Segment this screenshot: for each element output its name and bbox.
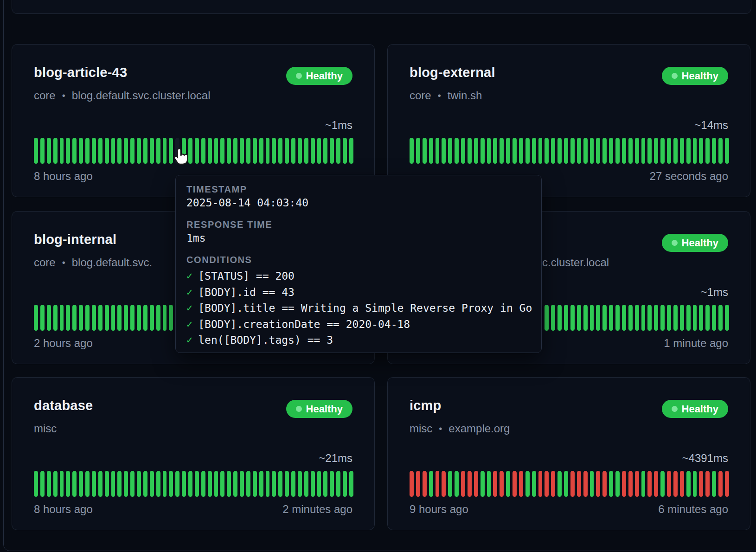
health-bar[interactable] — [583, 305, 588, 331]
health-bar[interactable] — [647, 305, 652, 331]
uptime-bars[interactable] — [410, 471, 729, 497]
health-bar[interactable] — [615, 305, 620, 331]
health-bar[interactable] — [323, 138, 327, 164]
health-bar[interactable] — [66, 138, 70, 164]
health-bar[interactable] — [163, 471, 167, 497]
health-bar[interactable] — [105, 471, 109, 497]
health-bar[interactable] — [525, 471, 530, 497]
health-bar[interactable] — [79, 471, 83, 497]
health-bar[interactable] — [609, 138, 613, 164]
uptime-bars[interactable] — [410, 138, 729, 164]
health-bar[interactable] — [718, 305, 723, 331]
health-bar[interactable] — [105, 305, 109, 331]
health-bar[interactable] — [175, 471, 179, 497]
health-bar[interactable] — [712, 305, 716, 331]
health-bar[interactable] — [686, 471, 691, 497]
health-bar[interactable] — [474, 471, 478, 497]
health-bar[interactable] — [47, 305, 51, 331]
health-bar[interactable] — [718, 471, 723, 497]
health-bar[interactable] — [53, 138, 58, 164]
health-bar[interactable] — [330, 138, 334, 164]
health-bar[interactable] — [336, 471, 340, 497]
health-bar[interactable] — [188, 471, 192, 497]
health-bar[interactable] — [557, 305, 562, 331]
health-bar[interactable] — [111, 305, 115, 331]
health-bar[interactable] — [493, 471, 497, 497]
health-bar[interactable] — [635, 138, 639, 164]
health-bar[interactable] — [423, 471, 427, 497]
health-bar[interactable] — [40, 471, 45, 497]
health-bar[interactable] — [47, 471, 51, 497]
health-bar[interactable] — [680, 471, 684, 497]
health-bar[interactable] — [513, 471, 517, 497]
health-bar[interactable] — [214, 471, 218, 497]
health-bar[interactable] — [429, 471, 433, 497]
health-bar[interactable] — [60, 471, 64, 497]
health-bar[interactable] — [506, 138, 510, 164]
health-bar[interactable] — [169, 305, 173, 331]
health-bar[interactable] — [455, 138, 459, 164]
health-bar[interactable] — [635, 305, 639, 331]
health-bar[interactable] — [577, 471, 581, 497]
health-bar[interactable] — [474, 138, 478, 164]
health-bar[interactable] — [143, 471, 147, 497]
health-bar[interactable] — [53, 471, 58, 497]
health-bar[interactable] — [570, 305, 575, 331]
health-bar[interactable] — [596, 305, 600, 331]
health-bar[interactable] — [461, 471, 465, 497]
health-bar[interactable] — [317, 138, 321, 164]
health-bar[interactable] — [246, 471, 250, 497]
health-bar[interactable] — [137, 138, 141, 164]
health-bar[interactable] — [47, 138, 51, 164]
health-bar[interactable] — [570, 138, 575, 164]
health-bar[interactable] — [266, 471, 270, 497]
health-bar[interactable] — [557, 138, 562, 164]
service-card-icmp[interactable]: icmp Healthy misc • example.org ~4391ms … — [387, 377, 750, 530]
health-bar[interactable] — [525, 138, 530, 164]
health-bar[interactable] — [686, 305, 691, 331]
health-bar[interactable] — [590, 138, 594, 164]
health-bar[interactable] — [513, 138, 517, 164]
health-bar[interactable] — [92, 305, 96, 331]
health-bar[interactable] — [725, 471, 729, 497]
health-bar[interactable] — [220, 471, 224, 497]
health-bar[interactable] — [705, 305, 710, 331]
health-bar[interactable] — [163, 138, 167, 164]
health-bar[interactable] — [693, 305, 697, 331]
health-bar[interactable] — [577, 305, 581, 331]
health-bar[interactable] — [137, 471, 141, 497]
health-bar[interactable] — [622, 471, 626, 497]
health-bar[interactable] — [564, 305, 568, 331]
health-bar[interactable] — [60, 138, 64, 164]
health-bar[interactable] — [150, 305, 154, 331]
health-bar[interactable] — [725, 305, 729, 331]
health-bar[interactable] — [545, 471, 549, 497]
health-bar[interactable] — [72, 305, 77, 331]
health-bar[interactable] — [124, 138, 128, 164]
health-bar[interactable] — [654, 471, 658, 497]
health-bar[interactable] — [468, 471, 472, 497]
health-bar[interactable] — [72, 471, 77, 497]
health-bar[interactable] — [667, 305, 671, 331]
health-bar[interactable] — [253, 138, 257, 164]
health-bar[interactable] — [66, 471, 70, 497]
health-bar[interactable] — [538, 471, 543, 497]
health-bar[interactable] — [298, 471, 302, 497]
health-bar[interactable] — [429, 138, 433, 164]
health-bar[interactable] — [673, 138, 678, 164]
health-bar[interactable] — [699, 305, 703, 331]
health-bar[interactable] — [240, 138, 244, 164]
health-bar[interactable] — [718, 138, 723, 164]
health-bar[interactable] — [712, 138, 716, 164]
health-bar[interactable] — [130, 305, 135, 331]
health-bar[interactable] — [124, 471, 128, 497]
health-bar[interactable] — [92, 138, 96, 164]
health-bar[interactable] — [705, 471, 710, 497]
health-bar[interactable] — [195, 138, 199, 164]
health-bar[interactable] — [137, 305, 141, 331]
health-bar[interactable] — [227, 471, 231, 497]
health-bar[interactable] — [725, 138, 729, 164]
health-bar[interactable] — [615, 138, 620, 164]
health-bar[interactable] — [468, 138, 472, 164]
health-bar[interactable] — [622, 305, 626, 331]
